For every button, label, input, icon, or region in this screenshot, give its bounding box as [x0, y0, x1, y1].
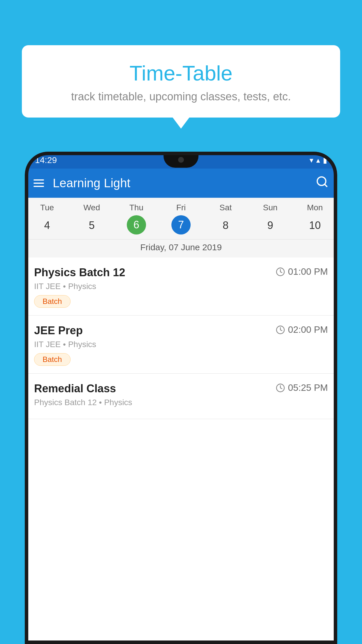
- volume-up-button: [25, 248, 25, 277]
- day-header-tue: Tue: [25, 203, 69, 212]
- schedule-item-1-time: 01:00 PM: [276, 266, 328, 277]
- day-5[interactable]: 5: [69, 215, 114, 236]
- schedule-list: Physics Batch 12 01:00 PM IIT JEE • Phys…: [25, 258, 337, 419]
- menu-button[interactable]: [34, 179, 44, 187]
- phone-notch: [164, 152, 198, 168]
- svg-line-1: [325, 184, 327, 187]
- wifi-icon: ▾: [310, 156, 313, 165]
- calendar-strip: Tue Wed Thu Fri Sat Sun Mon 4 5 6 7 8 9 …: [25, 198, 337, 258]
- schedule-item-3-time-text: 05:25 PM: [288, 382, 328, 393]
- schedule-item-1-time-text: 01:00 PM: [288, 266, 328, 277]
- schedule-item-2-title: JEE Prep: [34, 324, 83, 337]
- phone-mockup: 14:29 ▾ ▴ ▮ Learning Light: [25, 152, 337, 644]
- day-header-sun: Sun: [248, 203, 293, 212]
- schedule-item-2-time: 02:00 PM: [276, 324, 328, 335]
- phone-screen: Learning Light Tue Wed Thu Fri Sat: [25, 169, 337, 644]
- day-header-sat: Sat: [203, 203, 248, 212]
- schedule-item-1-tag: Batch: [34, 295, 71, 308]
- schedule-item-2-tag: Batch: [34, 353, 71, 366]
- schedule-item-2[interactable]: JEE Prep 02:00 PM IIT JEE • Physics Batc…: [25, 316, 337, 374]
- selected-date-label: Friday, 07 June 2019: [25, 239, 337, 258]
- front-camera: [178, 157, 184, 163]
- schedule-item-2-time-text: 02:00 PM: [288, 324, 328, 335]
- schedule-item-1-header: Physics Batch 12 01:00 PM: [34, 266, 328, 279]
- day-header-thu: Thu: [114, 203, 159, 212]
- app-bar-left: Learning Light: [34, 176, 130, 190]
- schedule-item-3-title: Remedial Class: [34, 382, 116, 395]
- phone-frame: 14:29 ▾ ▴ ▮ Learning Light: [25, 152, 337, 644]
- day-header-fri: Fri: [159, 203, 203, 212]
- schedule-item-1-subject: IIT JEE • Physics: [34, 282, 328, 291]
- day-10[interactable]: 10: [293, 215, 337, 236]
- app-title: Learning Light: [53, 176, 130, 190]
- day-6-today[interactable]: 6: [127, 215, 146, 235]
- volume-down-button: [25, 283, 25, 312]
- battery-icon: ▮: [323, 156, 327, 165]
- search-button[interactable]: [316, 175, 328, 191]
- schedule-item-3-time: 05:25 PM: [276, 382, 328, 393]
- speech-bubble: Time-Table track timetable, upcoming cla…: [22, 45, 340, 118]
- schedule-item-2-header: JEE Prep 02:00 PM: [34, 324, 328, 337]
- day-numbers: 4 5 6 7 8 9 10: [25, 215, 337, 236]
- schedule-item-2-subject: IIT JEE • Physics: [34, 340, 328, 349]
- day-7-selected[interactable]: 7: [171, 215, 191, 235]
- power-button: [337, 245, 337, 268]
- day-header-mon: Mon: [293, 203, 337, 212]
- schedule-item-3-subject: Physics Batch 12 • Physics: [34, 398, 328, 407]
- schedule-item-1[interactable]: Physics Batch 12 01:00 PM IIT JEE • Phys…: [25, 258, 337, 316]
- feature-subtitle: track timetable, upcoming classes, tests…: [39, 90, 323, 103]
- schedule-item-1-title: Physics Batch 12: [34, 266, 125, 279]
- status-icons: ▾ ▴ ▮: [310, 156, 327, 165]
- schedule-item-3-header: Remedial Class 05:25 PM: [34, 382, 328, 395]
- schedule-item-3[interactable]: Remedial Class 05:25 PM Physics Batch 12…: [25, 374, 337, 419]
- app-bar: Learning Light: [25, 169, 337, 198]
- signal-icon: ▴: [316, 156, 320, 165]
- day-header-wed: Wed: [69, 203, 114, 212]
- intro-card: Time-Table track timetable, upcoming cla…: [22, 45, 340, 118]
- volume-silent-button: [25, 225, 25, 242]
- day-8[interactable]: 8: [203, 215, 248, 236]
- feature-title: Time-Table: [39, 61, 323, 85]
- day-headers: Tue Wed Thu Fri Sat Sun Mon: [25, 203, 337, 212]
- status-time: 14:29: [35, 155, 57, 165]
- day-9[interactable]: 9: [248, 215, 293, 236]
- day-4[interactable]: 4: [25, 215, 69, 236]
